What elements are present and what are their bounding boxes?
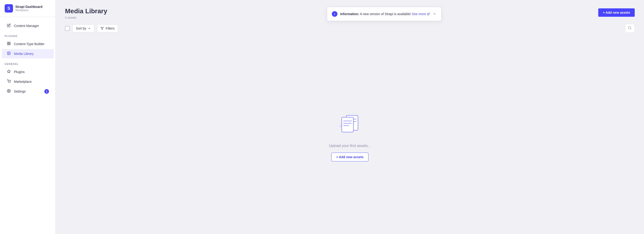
svg-point-8 xyxy=(8,90,9,91)
marketplace-icon xyxy=(6,79,11,84)
empty-state: Upload your first assets... + Add new as… xyxy=(56,37,644,234)
sort-by-label: Sort by xyxy=(76,27,86,30)
page-title-block: Media Library 0 assets xyxy=(65,8,107,19)
select-all-checkbox[interactable] xyxy=(65,26,70,31)
svg-point-7 xyxy=(10,82,10,83)
sidebar-item-label: Marketplace xyxy=(14,80,32,83)
settings-badge: 1 xyxy=(44,89,49,94)
svg-rect-2 xyxy=(9,44,10,45)
sidebar-item-settings[interactable]: Settings 1 xyxy=(2,87,54,96)
info-icon: i xyxy=(332,11,337,17)
svg-rect-3 xyxy=(8,44,8,45)
main-header: Media Library 0 assets i Information: A … xyxy=(56,0,644,24)
sidebar-item-content-type-builder[interactable]: Content-Type Builder xyxy=(2,39,54,49)
plugins-section-label: PLUGINS xyxy=(0,31,56,39)
svg-line-12 xyxy=(630,29,631,29)
brand-header: S Strapi Dashboard Workplace xyxy=(0,0,56,17)
sidebar-item-label: Content Manager xyxy=(14,24,39,28)
svg-rect-1 xyxy=(9,42,10,43)
svg-point-11 xyxy=(628,27,631,29)
notification-text: Information: A new version of Strapi is … xyxy=(340,12,430,16)
notification-message: A new version of Strapi is available! xyxy=(360,12,412,16)
chevron-down-icon xyxy=(88,27,91,30)
toolbar: Sort by Filters xyxy=(56,24,644,37)
sidebar: S Strapi Dashboard Workplace Content Man… xyxy=(0,0,56,234)
filter-icon xyxy=(100,27,104,30)
sidebar-item-label: Content-Type Builder xyxy=(14,42,44,46)
sidebar-item-media-library[interactable]: Media Library xyxy=(2,49,54,58)
sidebar-item-content-manager[interactable]: Content Manager xyxy=(2,21,54,31)
sidebar-item-marketplace[interactable]: Marketplace xyxy=(2,77,54,86)
filters-label: Filters xyxy=(106,27,114,30)
content-manager-icon xyxy=(6,24,11,28)
svg-rect-19 xyxy=(342,117,353,132)
search-button[interactable] xyxy=(625,24,635,33)
main-content-area: Media Library 0 assets i Information: A … xyxy=(56,0,644,234)
empty-state-message: Upload your first assets... xyxy=(329,144,371,148)
sidebar-item-plugins[interactable]: Plugins xyxy=(2,67,54,76)
add-new-assets-button[interactable]: + Add new assets xyxy=(598,8,635,17)
filters-button[interactable]: Filters xyxy=(97,24,118,32)
settings-icon xyxy=(6,89,11,94)
empty-state-illustration xyxy=(336,110,364,138)
search-icon xyxy=(628,26,632,30)
notification-close-button[interactable]: × xyxy=(432,11,436,17)
page-title: Media Library xyxy=(65,8,107,15)
see-more-link[interactable]: See more xyxy=(412,12,430,16)
brand-workplace: Workplace xyxy=(15,9,42,12)
sidebar-item-label: Settings xyxy=(14,89,26,93)
svg-line-9 xyxy=(428,13,430,15)
svg-marker-10 xyxy=(101,27,104,30)
svg-point-5 xyxy=(8,53,8,53)
sidebar-item-label: Plugins xyxy=(14,70,24,74)
media-library-icon xyxy=(6,51,11,56)
asset-count: 0 assets xyxy=(65,16,107,19)
sort-by-button[interactable]: Sort by xyxy=(72,24,94,32)
general-section-label: GENERAL xyxy=(0,59,56,67)
brand-text-block: Strapi Dashboard Workplace xyxy=(15,5,42,12)
brand-logo-icon: S xyxy=(5,4,13,13)
plugins-icon xyxy=(6,70,11,74)
add-new-assets-secondary-button[interactable]: + Add new assets xyxy=(331,153,368,161)
notification-banner: i Information: A new version of Strapi i… xyxy=(327,7,441,21)
brand-name: Strapi Dashboard xyxy=(15,5,42,9)
sidebar-item-label: Media Library xyxy=(14,52,34,56)
sidebar-navigation: Content Manager PLUGINS Content-Type Bui… xyxy=(0,17,56,234)
notification-label: Information: xyxy=(340,12,359,16)
svg-rect-0 xyxy=(8,42,8,43)
content-type-builder-icon xyxy=(6,42,11,46)
